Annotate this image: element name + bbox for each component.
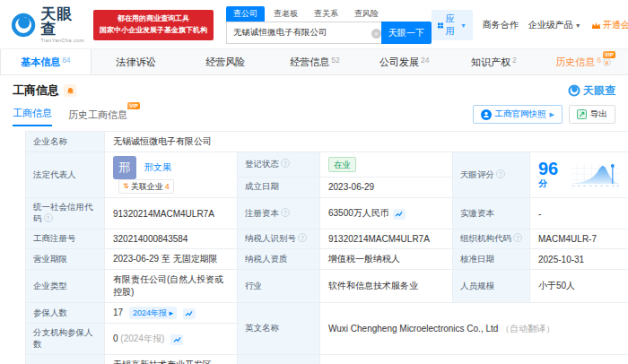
taxpayer-id-value: 91320214MACM4ULR7A [320, 230, 453, 249]
tianyancha-watermark: 天眼查 [568, 83, 615, 99]
reg-status-cell: 在业 [320, 152, 453, 178]
vip-badge: VIP [127, 102, 140, 109]
approve-date-label: 核准日期 [453, 249, 530, 270]
business-cooperation-link[interactable]: 商务合作 [483, 19, 519, 31]
subtab-history-business-info[interactable]: 历史工商信息 VIP [68, 108, 127, 126]
search-clear-icon[interactable]: × [371, 29, 381, 39]
industry-label: 行业 [238, 270, 320, 303]
establish-date-label: 成立日期 [238, 177, 320, 197]
taxpayer-quality-label: 纳税人资质 [238, 249, 320, 270]
help-icon[interactable]: ? [298, 233, 307, 242]
help-icon[interactable]: ? [281, 159, 290, 168]
table-row: 统一社会信用代码? 91320214MACM4ULR7A 注册资本? 63500… [26, 198, 628, 230]
industry-value: 软件和信息技术服务业 [320, 270, 453, 303]
search-button[interactable]: 天眼一下 [381, 22, 432, 44]
search-type-tabs: 查公司 查老板 查关系 查风险 [226, 6, 432, 22]
staff-scale-value: 小于50人 [530, 270, 628, 303]
search-area: 查公司 查老板 查关系 查风险 × 天眼一下 [226, 6, 432, 44]
section-title: 工商信息 [13, 82, 59, 99]
enterprise-products-menu[interactable]: 企业级产品 ▼ [528, 19, 581, 31]
tab-operation-risk[interactable]: 经营风险 [180, 49, 270, 74]
english-name-label: 英文名称 [238, 303, 320, 355]
legal-rep-name-link[interactable]: 邢文果 [144, 162, 171, 172]
tab-history-info[interactable]: VIP 历史信息6 ♛ [538, 49, 628, 74]
taxpayer-quality-value: 增值税一般纳税人 [320, 249, 453, 270]
brand-domain: TianYanCha.com [40, 39, 86, 44]
reg-authority-label: 登记机关 [26, 355, 105, 364]
promo-line-1: 都在用的商业查询工具 [100, 13, 207, 25]
search-input[interactable] [226, 22, 386, 44]
tab-company-development[interactable]: 公司发展24 [360, 49, 449, 74]
company-name-label: 企业名称 [26, 132, 105, 152]
company-nav-tabs: 基本信息84 法律诉讼 经营风险 经营信息52 公司发展24 知识产权2 VIP… [0, 48, 628, 75]
annual-report-badge[interactable]: 2024年报 ▸ [129, 307, 177, 319]
open-vip-menu[interactable]: 开通会员 ▼ [591, 19, 628, 31]
trend-chart-icon[interactable] [393, 209, 406, 220]
monitor-bell-icon[interactable] [64, 84, 76, 97]
tab-basic-info[interactable]: 基本信息84 [0, 49, 92, 74]
legal-rep-label: 法定代表人 [26, 152, 105, 198]
search-tab-company[interactable]: 查公司 [226, 6, 265, 22]
company-type-label: 企业类型 [26, 270, 105, 303]
help-icon[interactable]: ? [496, 169, 505, 178]
reg-no-value: 320214000843584 [105, 230, 238, 249]
branch-insured-cell: 0 (2024年报) [105, 324, 238, 355]
official-snapshot-button[interactable]: 工商官网快照 ▶ [473, 105, 563, 124]
business-term-value: 2023-06-29 至 无固定期限 [105, 249, 238, 270]
help-icon[interactable]: ? [44, 213, 53, 222]
export-button[interactable]: 导出 [569, 105, 615, 124]
reg-address-cell: 无锡市新吴区梅村街道新洲路228号7楼 附近公司 [320, 355, 628, 364]
business-term-label: 营业期限 [26, 249, 105, 270]
crown-icon [591, 22, 601, 30]
approve-date-value: 2025-10-31 [530, 249, 628, 270]
export-icon [577, 109, 587, 119]
tab-legal-litigation[interactable]: 法律诉讼 [92, 49, 181, 74]
trend-chart-icon[interactable] [170, 334, 183, 345]
credit-code-value: 91320214MACM4ULR7A [105, 198, 238, 230]
company-type-value: 有限责任公司(自然人投资或控股) [105, 270, 238, 303]
status-badge: 在业 [328, 157, 356, 172]
tab-intellectual-property[interactable]: 知识产权2 [449, 49, 539, 74]
vip-crown-circle-icon: ♛ [603, 58, 611, 66]
chevron-down-icon: ▼ [575, 22, 581, 29]
search-tab-relation[interactable]: 查关系 [307, 6, 345, 22]
table-row: 营业期限 2023-06-29 至 无固定期限 纳税人资质 增值税一般纳税人 核… [26, 249, 628, 270]
legal-rep-avatar[interactable]: 邢 [113, 156, 136, 179]
site-header: 天眼查 TianYanCha.com 都在用的商业查询工具 国家中小企业发展子基… [0, 0, 628, 48]
trend-chart-icon[interactable] [183, 308, 196, 319]
search-tab-risk[interactable]: 查风险 [347, 6, 386, 22]
table-row: 企业名称 无锡诚恒微电子有限公司 [26, 132, 628, 152]
related-arrows-icon: ⇅ [123, 180, 129, 193]
tyc-score-value: 96 [538, 159, 558, 178]
subtab-business-info[interactable]: 工商信息 [13, 107, 52, 126]
establish-date-value: 2023-06-29 [320, 177, 453, 197]
insured-count-label: 参保人数 [26, 303, 105, 324]
english-name-cell: Wuxi Chengheng Microelectronics Co., Ltd… [320, 303, 628, 355]
reg-capital-label: 注册资本? [238, 198, 320, 230]
swirl-logo-icon [11, 12, 36, 39]
help-icon[interactable]: ? [281, 208, 290, 217]
tyc-score-label: 天眼评分? [453, 152, 530, 198]
reg-capital-cell: 63500万人民币 [320, 198, 453, 230]
apps-menu[interactable]: 应用 ▼ [432, 10, 473, 40]
reg-authority-value: 无锡高新技术产业开发区（无锡市新吴区）数据局 [105, 355, 238, 364]
taxpayer-id-label: 纳税人识别号? [238, 230, 320, 249]
tab-operation-info[interactable]: 经营信息52 [270, 49, 360, 74]
reg-address-label: 注册地址? [238, 355, 320, 364]
table-row: 法定代表人 邢 邢文果 ⇅ 关联企业 4 登记状态? 在业 天眼评分? [26, 152, 628, 178]
related-companies-badge[interactable]: ⇅ 关联企业 4 [118, 179, 174, 194]
help-icon[interactable]: ? [513, 233, 522, 242]
paid-capital-label: 实缴资本 [453, 198, 530, 230]
insured-count-cell: 17 2024年报 ▸ [105, 303, 238, 324]
table-row: 登记机关 无锡高新技术产业开发区（无锡市新吴区）数据局 注册地址? 无锡市新吴区… [26, 355, 628, 364]
staff-scale-label: 人员规模 [453, 270, 530, 303]
auto-translate-note: （自动翻译） [501, 324, 554, 334]
company-name-value: 无锡诚恒微电子有限公司 [105, 132, 628, 152]
score-curve-chart [570, 161, 620, 188]
search-tab-boss[interactable]: 查老板 [266, 6, 305, 22]
tianyancha-logo[interactable]: 天眼查 TianYanCha.com [11, 6, 86, 44]
org-code-value: MACM4ULR-7 [530, 230, 628, 249]
promo-banner: 都在用的商业查询工具 国家中小企业发展子基金旗下机构 [93, 10, 214, 40]
paid-capital-value: - [530, 198, 628, 230]
chevron-right-icon: ▶ [550, 111, 554, 118]
